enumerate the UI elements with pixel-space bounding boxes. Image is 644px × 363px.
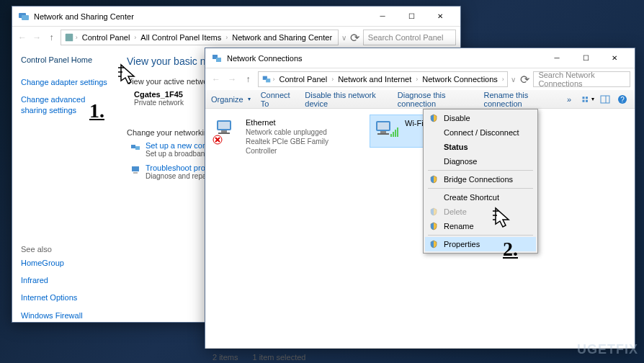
- svg-rect-29: [395, 130, 396, 137]
- shield-icon: [429, 175, 438, 184]
- breadcrumb[interactable]: › Control Panel › Network and Internet ›…: [258, 71, 508, 87]
- toolbar-organize[interactable]: Organize: [211, 95, 251, 104]
- svg-rect-1: [22, 15, 29, 20]
- connections-icon: [211, 53, 223, 64]
- ctx-bridge[interactable]: Bridge Connections: [425, 172, 536, 187]
- ctx-disable[interactable]: Disable: [425, 111, 536, 125]
- refresh-button[interactable]: ⟳: [349, 30, 360, 45]
- status-items: 2 items: [213, 353, 238, 362]
- breadcrumb-item[interactable]: All Control Panel Items: [138, 33, 224, 42]
- step-label-1: 1.: [89, 99, 104, 122]
- see-also-internet[interactable]: Internet Options: [21, 292, 108, 302]
- shield-icon: [429, 240, 438, 248]
- watermark: UGETFIX: [577, 342, 638, 357]
- svg-rect-30: [397, 127, 398, 137]
- connection-ethernet[interactable]: Ethernet Network cable unplugged Realtek…: [211, 115, 355, 158]
- connection-name: Wi-Fi: [405, 118, 424, 128]
- breadcrumb-item[interactable]: Network Connections: [419, 75, 501, 84]
- breadcrumb-item[interactable]: Control Panel: [79, 33, 133, 42]
- sidebar: Control Panel Home Change adapter settin…: [12, 48, 117, 322]
- troubleshoot-icon: [130, 164, 141, 176]
- svg-rect-20: [221, 130, 227, 133]
- svg-rect-14: [601, 96, 609, 103]
- breadcrumb-item[interactable]: Control Panel: [277, 75, 331, 84]
- breadcrumb-item[interactable]: Network and Internet: [335, 75, 414, 84]
- close-button[interactable]: ✕: [600, 49, 629, 68]
- ctx-separator: [428, 235, 533, 236]
- toolbar-disable[interactable]: Disable this network device: [305, 91, 388, 108]
- connection-device: Realtek PCIe GBE Family Controller: [246, 137, 352, 156]
- svg-rect-5: [132, 166, 139, 171]
- svg-rect-4: [135, 146, 140, 150]
- network-icon: [18, 11, 30, 22]
- ctx-shortcut[interactable]: Create Shortcut: [425, 190, 536, 205]
- see-also-firewall[interactable]: Windows Firewall: [21, 310, 108, 321]
- ctx-rename[interactable]: Rename: [425, 219, 536, 233]
- back-button[interactable]: ←: [17, 30, 28, 45]
- up-button[interactable]: ↑: [241, 71, 254, 87]
- see-also-label: See also: [21, 245, 108, 254]
- svg-rect-13: [586, 99, 588, 102]
- search-input[interactable]: Search Control Panel: [363, 30, 456, 45]
- refresh-button[interactable]: ⟳: [519, 71, 531, 87]
- nav-bar: ← → ↑ › Control Panel › All Control Pane…: [12, 27, 460, 48]
- window-controls: ─ ☐ ✕: [542, 49, 629, 68]
- shield-icon: [429, 114, 438, 122]
- sidebar-link-adapter[interactable]: Change adapter settings: [21, 77, 108, 87]
- status-selected: 1 item selected: [252, 353, 305, 362]
- ctx-separator: [428, 188, 533, 189]
- toolbar-rename[interactable]: Rename this connection: [483, 91, 556, 108]
- up-button[interactable]: ↑: [45, 30, 57, 45]
- svg-rect-19: [218, 122, 230, 129]
- svg-rect-3: [131, 145, 135, 148]
- toolbar-diagnose[interactable]: Diagnose this connection: [398, 91, 474, 108]
- window-network-connections: Network Connections ─ ☐ ✕ ← → ↑ › Contro…: [205, 48, 635, 349]
- toolbar-more[interactable]: »: [567, 95, 571, 104]
- connections-icon: [261, 74, 272, 84]
- svg-rect-11: [586, 97, 588, 99]
- svg-rect-26: [377, 133, 389, 135]
- minimize-button[interactable]: ─: [368, 7, 397, 26]
- control-panel-icon: [64, 32, 74, 42]
- toolbar-connect[interactable]: Connect To: [261, 91, 295, 108]
- search-input[interactable]: Search Network Connections: [533, 71, 630, 87]
- connection-name: Ethernet: [246, 117, 352, 127]
- svg-rect-27: [390, 134, 392, 137]
- svg-rect-24: [377, 122, 389, 130]
- titlebar: Network Connections ─ ☐ ✕: [205, 48, 635, 68]
- svg-rect-7: [216, 58, 221, 62]
- ctx-status[interactable]: Status: [425, 140, 536, 154]
- svg-rect-10: [583, 97, 585, 99]
- wifi-icon: [373, 118, 399, 144]
- window-title: Network and Sharing Center: [34, 12, 368, 21]
- svg-text:?: ?: [620, 96, 625, 104]
- ctx-properties[interactable]: Properties: [425, 237, 536, 251]
- back-button[interactable]: ←: [210, 71, 223, 87]
- minimize-button[interactable]: ─: [542, 49, 571, 68]
- forward-button[interactable]: →: [31, 30, 43, 45]
- svg-rect-28: [393, 132, 394, 137]
- see-also-homegroup[interactable]: HomeGroup: [21, 258, 108, 268]
- statusbar: 2 items 1 item selected: [205, 348, 635, 363]
- nav-bar: ← → ↑ › Control Panel › Network and Inte…: [205, 68, 635, 90]
- svg-rect-12: [583, 99, 585, 102]
- maximize-button[interactable]: ☐: [571, 49, 600, 68]
- help-icon[interactable]: ?: [616, 93, 629, 106]
- sidebar-home[interactable]: Control Panel Home: [21, 55, 108, 64]
- connection-status: Network cable unplugged: [246, 127, 352, 137]
- shield-icon: [429, 207, 438, 216]
- breadcrumb[interactable]: › Control Panel › All Control Panel Item…: [61, 30, 339, 45]
- close-button[interactable]: ✕: [426, 7, 455, 26]
- see-also-infrared[interactable]: Infrared: [21, 275, 108, 285]
- ethernet-icon: [214, 117, 240, 143]
- ctx-diagnose[interactable]: Diagnose: [425, 154, 536, 169]
- shield-icon: [429, 222, 438, 230]
- maximize-button[interactable]: ☐: [397, 7, 426, 26]
- preview-pane-icon[interactable]: [599, 93, 612, 106]
- view-options-icon[interactable]: ▾: [581, 93, 594, 106]
- svg-rect-25: [380, 131, 386, 133]
- ctx-connect[interactable]: Connect / Disconnect: [425, 125, 536, 140]
- forward-button[interactable]: →: [225, 71, 238, 87]
- svg-rect-21: [218, 133, 230, 134]
- breadcrumb-item[interactable]: Network and Sharing Center: [229, 33, 335, 42]
